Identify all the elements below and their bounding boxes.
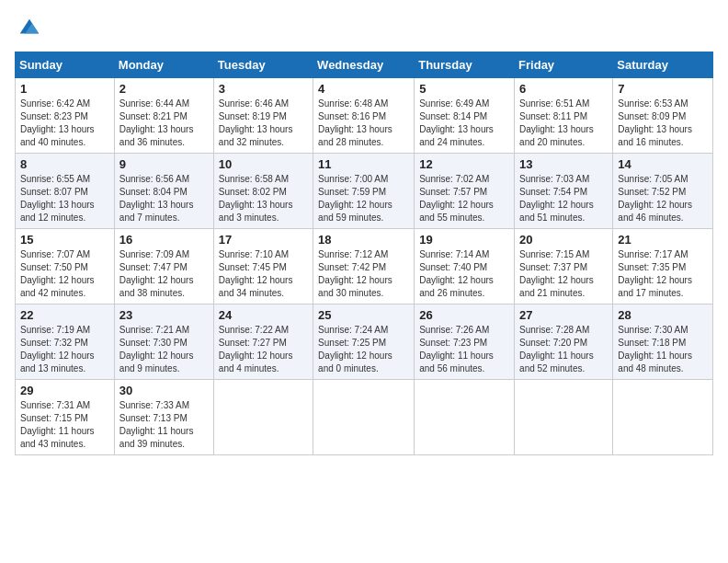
day-detail: Sunrise: 7:33 AMSunset: 7:13 PMDaylight:… [119, 399, 209, 451]
day-detail: Sunrise: 6:51 AMSunset: 8:11 PMDaylight:… [519, 98, 608, 149]
day-detail: Sunrise: 6:42 AMSunset: 8:23 PMDaylight:… [20, 98, 109, 149]
calendar-cell: 18 Sunrise: 7:12 AMSunset: 7:42 PMDaylig… [313, 229, 415, 304]
day-number: 23 [119, 308, 209, 322]
calendar-cell: 24 Sunrise: 7:22 AMSunset: 7:27 PMDaylig… [213, 304, 313, 380]
day-detail: Sunrise: 7:19 AMSunset: 7:32 PMDaylight:… [20, 324, 109, 375]
day-number: 24 [219, 308, 308, 322]
calendar-cell: 17 Sunrise: 7:10 AMSunset: 7:45 PMDaylig… [213, 229, 313, 304]
calendar-cell: 5 Sunrise: 6:49 AMSunset: 8:14 PMDayligh… [415, 78, 515, 154]
calendar-cell: 9 Sunrise: 6:56 AMSunset: 8:04 PMDayligh… [114, 154, 213, 229]
calendar-cell: 29 Sunrise: 7:31 AMSunset: 7:15 PMDaylig… [16, 380, 115, 455]
day-number: 2 [119, 82, 209, 96]
calendar-cell: 10 Sunrise: 6:58 AMSunset: 8:02 PMDaylig… [213, 154, 313, 229]
day-number: 4 [318, 82, 409, 96]
day-number: 29 [20, 384, 109, 397]
day-number: 1 [20, 82, 109, 96]
day-detail: Sunrise: 7:02 AMSunset: 7:57 PMDaylight:… [419, 173, 509, 224]
calendar-cell: 1 Sunrise: 6:42 AMSunset: 8:23 PMDayligh… [16, 78, 115, 154]
day-detail: Sunrise: 7:05 AMSunset: 7:52 PMDaylight:… [618, 173, 708, 224]
day-number: 10 [219, 157, 308, 171]
calendar-cell [515, 380, 613, 455]
day-detail: Sunrise: 7:00 AMSunset: 7:59 PMDaylight:… [318, 173, 409, 224]
calendar-cell: 22 Sunrise: 7:19 AMSunset: 7:32 PMDaylig… [16, 304, 115, 380]
calendar-cell [313, 380, 415, 455]
day-number: 13 [519, 157, 608, 171]
day-number: 16 [119, 233, 209, 247]
day-detail: Sunrise: 7:30 AMSunset: 7:18 PMDaylight:… [618, 324, 708, 375]
day-number: 7 [618, 82, 708, 96]
day-number: 25 [318, 308, 409, 322]
calendar-cell: 25 Sunrise: 7:24 AMSunset: 7:25 PMDaylig… [313, 304, 415, 380]
day-number: 9 [119, 157, 209, 171]
day-detail: Sunrise: 7:10 AMSunset: 7:45 PMDaylight:… [219, 248, 308, 300]
calendar-cell [213, 380, 313, 455]
calendar-cell: 16 Sunrise: 7:09 AMSunset: 7:47 PMDaylig… [114, 229, 213, 304]
day-number: 17 [219, 233, 308, 247]
day-detail: Sunrise: 7:12 AMSunset: 7:42 PMDaylight:… [318, 248, 409, 300]
day-number: 12 [419, 157, 509, 171]
day-detail: Sunrise: 7:03 AMSunset: 7:54 PMDaylight:… [519, 173, 608, 224]
day-detail: Sunrise: 7:28 AMSunset: 7:20 PMDaylight:… [519, 324, 608, 375]
day-detail: Sunrise: 7:14 AMSunset: 7:40 PMDaylight:… [419, 248, 509, 300]
day-number: 11 [318, 157, 409, 171]
day-detail: Sunrise: 7:31 AMSunset: 7:15 PMDaylight:… [20, 399, 109, 451]
day-number: 20 [519, 233, 608, 247]
day-detail: Sunrise: 6:49 AMSunset: 8:14 PMDaylight:… [419, 98, 509, 149]
day-detail: Sunrise: 7:09 AMSunset: 7:47 PMDaylight:… [119, 248, 209, 300]
calendar-cell: 21 Sunrise: 7:17 AMSunset: 7:35 PMDaylig… [613, 229, 713, 304]
calendar-cell: 26 Sunrise: 7:26 AMSunset: 7:23 PMDaylig… [415, 304, 515, 380]
day-detail: Sunrise: 7:26 AMSunset: 7:23 PMDaylight:… [419, 324, 509, 375]
day-number: 26 [419, 308, 509, 322]
page-header [15, 15, 713, 40]
day-detail: Sunrise: 6:56 AMSunset: 8:04 PMDaylight:… [119, 173, 209, 224]
day-number: 14 [618, 157, 708, 171]
day-of-week-header: Wednesday [313, 52, 415, 78]
calendar-cell: 28 Sunrise: 7:30 AMSunset: 7:18 PMDaylig… [613, 304, 713, 380]
calendar-table: SundayMondayTuesdayWednesdayThursdayFrid… [15, 52, 713, 455]
day-of-week-header: Tuesday [213, 52, 313, 78]
day-detail: Sunrise: 6:48 AMSunset: 8:16 PMDaylight:… [318, 98, 409, 149]
day-of-week-header: Monday [114, 52, 213, 78]
day-number: 5 [419, 82, 509, 96]
calendar-cell: 7 Sunrise: 6:53 AMSunset: 8:09 PMDayligh… [613, 78, 713, 154]
day-number: 15 [20, 233, 109, 247]
day-number: 21 [618, 233, 708, 247]
day-of-week-header: Friday [515, 52, 613, 78]
day-detail: Sunrise: 6:58 AMSunset: 8:02 PMDaylight:… [219, 173, 308, 224]
day-detail: Sunrise: 7:17 AMSunset: 7:35 PMDaylight:… [618, 248, 708, 300]
day-number: 27 [519, 308, 608, 322]
calendar-cell: 6 Sunrise: 6:51 AMSunset: 8:11 PMDayligh… [515, 78, 613, 154]
day-number: 28 [618, 308, 708, 322]
calendar-cell: 3 Sunrise: 6:46 AMSunset: 8:19 PMDayligh… [213, 78, 313, 154]
calendar-cell [613, 380, 713, 455]
day-detail: Sunrise: 7:15 AMSunset: 7:37 PMDaylight:… [519, 248, 608, 300]
day-of-week-header: Sunday [16, 52, 115, 78]
day-detail: Sunrise: 6:53 AMSunset: 8:09 PMDaylight:… [618, 98, 708, 149]
day-number: 8 [20, 157, 109, 171]
calendar-cell: 15 Sunrise: 7:07 AMSunset: 7:50 PMDaylig… [16, 229, 115, 304]
day-of-week-header: Thursday [415, 52, 515, 78]
calendar-cell: 27 Sunrise: 7:28 AMSunset: 7:20 PMDaylig… [515, 304, 613, 380]
calendar-cell: 8 Sunrise: 6:55 AMSunset: 8:07 PMDayligh… [16, 154, 115, 229]
day-number: 3 [219, 82, 308, 96]
logo-icon [17, 15, 42, 40]
calendar-cell [415, 380, 515, 455]
day-number: 19 [419, 233, 509, 247]
calendar-cell: 19 Sunrise: 7:14 AMSunset: 7:40 PMDaylig… [415, 229, 515, 304]
day-of-week-header: Saturday [613, 52, 713, 78]
day-detail: Sunrise: 6:55 AMSunset: 8:07 PMDaylight:… [20, 173, 109, 224]
day-number: 6 [519, 82, 608, 96]
day-detail: Sunrise: 7:07 AMSunset: 7:50 PMDaylight:… [20, 248, 109, 300]
calendar-cell: 11 Sunrise: 7:00 AMSunset: 7:59 PMDaylig… [313, 154, 415, 229]
logo [15, 15, 42, 40]
calendar-cell: 12 Sunrise: 7:02 AMSunset: 7:57 PMDaylig… [415, 154, 515, 229]
day-number: 30 [119, 384, 209, 397]
calendar-cell: 30 Sunrise: 7:33 AMSunset: 7:13 PMDaylig… [114, 380, 213, 455]
calendar-cell: 14 Sunrise: 7:05 AMSunset: 7:52 PMDaylig… [613, 154, 713, 229]
calendar-cell: 23 Sunrise: 7:21 AMSunset: 7:30 PMDaylig… [114, 304, 213, 380]
day-number: 22 [20, 308, 109, 322]
calendar-cell: 4 Sunrise: 6:48 AMSunset: 8:16 PMDayligh… [313, 78, 415, 154]
day-detail: Sunrise: 7:22 AMSunset: 7:27 PMDaylight:… [219, 324, 308, 375]
day-detail: Sunrise: 7:24 AMSunset: 7:25 PMDaylight:… [318, 324, 409, 375]
calendar-cell: 13 Sunrise: 7:03 AMSunset: 7:54 PMDaylig… [515, 154, 613, 229]
